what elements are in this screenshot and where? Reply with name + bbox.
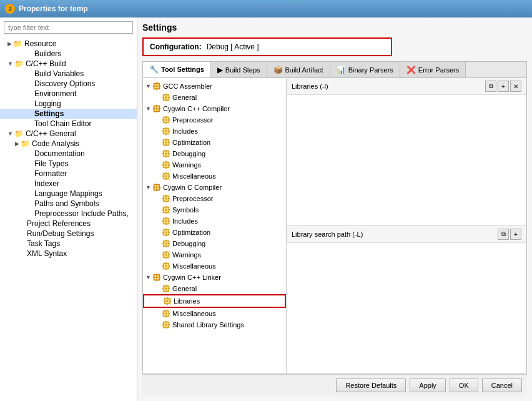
left-tree-item-9[interactable]: ▼📁C/C++ General bbox=[0, 129, 137, 139]
left-tree-item-0[interactable]: ▶📁Resource bbox=[0, 39, 137, 49]
svg-rect-74 bbox=[165, 201, 167, 203]
left-tree-item-5[interactable]: Environment bbox=[0, 89, 137, 99]
content-tree-item-13[interactable]: Optimization bbox=[143, 227, 286, 238]
left-tree-item-21[interactable]: XML Syntax bbox=[0, 249, 137, 259]
content-tree-label-1: General bbox=[172, 94, 197, 101]
tab-error-parsers[interactable]: ❌ Error Parsers bbox=[400, 62, 466, 77]
svg-point-44 bbox=[165, 152, 167, 155]
content-tree-item-9[interactable]: ▼ Cygwin C Compiler bbox=[143, 182, 286, 193]
content-right: Libraries (-l) ⧉ + ✕ Library search path… bbox=[287, 78, 526, 374]
tab-label-4: Error Parsers bbox=[418, 66, 459, 74]
btn-ok[interactable]: OK bbox=[450, 379, 478, 392]
content-tree-item-21[interactable]: Shared Library Settings bbox=[143, 319, 286, 330]
content-tree-item-19[interactable]: Libraries bbox=[143, 294, 286, 308]
left-tree-item-18[interactable]: Project References bbox=[0, 219, 137, 229]
svg-point-128 bbox=[165, 287, 167, 290]
left-tree-item-12[interactable]: File Types bbox=[0, 159, 137, 169]
content-tree-label-17: Cygwin C++ Linker bbox=[163, 274, 221, 281]
left-tree-item-13[interactable]: Formatter bbox=[0, 169, 137, 179]
library-search-copy-btn[interactable]: ⧉ bbox=[498, 229, 509, 240]
btn-cancel[interactable]: Cancel bbox=[482, 379, 522, 392]
content-tree-item-4[interactable]: Includes bbox=[143, 126, 286, 137]
svg-rect-73 bbox=[165, 195, 167, 197]
svg-rect-153 bbox=[169, 324, 170, 325]
left-tree-label-20: Task Tags bbox=[27, 239, 60, 248]
content-tree-item-17[interactable]: ▼ Cygwin C++ Linker bbox=[143, 272, 286, 283]
svg-point-65 bbox=[155, 186, 158, 189]
left-tree-label-13: Formatter bbox=[34, 169, 67, 178]
svg-rect-125 bbox=[159, 277, 160, 278]
content-tree-item-11[interactable]: Symbols bbox=[143, 204, 286, 215]
left-tree-item-1[interactable]: Builders bbox=[0, 49, 137, 59]
left-tree-item-19[interactable]: Run/Debug Settings bbox=[0, 229, 137, 239]
left-tree-item-6[interactable]: Logging bbox=[0, 99, 137, 109]
left-tree-item-8[interactable]: Tool Chain Editor bbox=[0, 119, 137, 129]
content-tree-item-10[interactable]: Preprocessor bbox=[143, 193, 286, 204]
tab-label-2: Build Artifact bbox=[285, 66, 323, 74]
left-tree-item-17[interactable]: Preprocessor Include Paths, bbox=[0, 209, 137, 219]
left-tree-item-11[interactable]: Documentation bbox=[0, 149, 137, 159]
page-title: Settings bbox=[142, 22, 527, 32]
svg-rect-96 bbox=[162, 232, 164, 233]
svg-rect-139 bbox=[170, 300, 172, 302]
content-tree-item-12[interactable]: Includes bbox=[143, 215, 286, 227]
libraries-title: Libraries (-l) bbox=[292, 82, 328, 90]
content-tree-label-11: Symbols bbox=[172, 206, 199, 214]
svg-point-86 bbox=[165, 220, 167, 222]
content-tree-item-20[interactable]: Miscellaneous bbox=[143, 308, 286, 319]
library-search-title: Library search path (-L) bbox=[292, 230, 363, 238]
tab-tool-settings[interactable]: 🔧 Tool Settings bbox=[143, 62, 211, 77]
library-search-add-btn[interactable]: + bbox=[510, 229, 521, 240]
svg-rect-131 bbox=[162, 288, 164, 289]
libraries-add-btn[interactable]: + bbox=[498, 81, 509, 92]
left-tree-item-14[interactable]: Indexer bbox=[0, 179, 137, 189]
svg-rect-26 bbox=[162, 119, 164, 121]
content-tree-item-8[interactable]: Miscellaneous bbox=[143, 171, 286, 182]
content-tree-item-18[interactable]: General bbox=[143, 283, 286, 294]
left-tree-item-15[interactable]: Language Mappings bbox=[0, 189, 137, 199]
content-tree-item-5[interactable]: Optimization bbox=[143, 137, 286, 148]
content-tree-label-12: Includes bbox=[172, 217, 198, 225]
content-tree-label-15: Warnings bbox=[172, 251, 201, 259]
libraries-copy-btn[interactable]: ⧉ bbox=[485, 81, 496, 92]
libraries-remove-btn[interactable]: ✕ bbox=[510, 81, 521, 92]
tab-build-artifact[interactable]: 📦 Build Artifact bbox=[267, 62, 330, 77]
svg-rect-143 bbox=[165, 310, 167, 312]
content-tree: ▼ GCC Assembler General▼ Cygwin C++ Comp… bbox=[143, 78, 287, 374]
tab-build-steps[interactable]: ▶ Build Steps bbox=[211, 62, 267, 77]
content-tree-item-3[interactable]: Preprocessor bbox=[143, 114, 286, 126]
filter-input[interactable] bbox=[4, 21, 133, 34]
content-tree-item-15[interactable]: Warnings bbox=[143, 249, 286, 260]
left-tree-item-10[interactable]: ▶📁Code Analysis bbox=[0, 139, 137, 149]
svg-rect-130 bbox=[165, 291, 167, 293]
left-tree-item-2[interactable]: ▼📁C/C++ Build bbox=[0, 59, 137, 69]
content-tree-item-7[interactable]: Warnings bbox=[143, 159, 286, 171]
svg-rect-123 bbox=[156, 280, 157, 282]
svg-point-79 bbox=[165, 209, 167, 211]
content-tree-item-6[interactable]: Debugging bbox=[143, 148, 286, 159]
content-tree-label-10: Preprocessor bbox=[172, 195, 213, 202]
left-tree-item-16[interactable]: Paths and Symbols bbox=[0, 199, 137, 209]
right-panel: Settings Configuration: Debug [ Active ]… bbox=[137, 17, 532, 401]
content-tree-item-2[interactable]: ▼ Cygwin C++ Compiler bbox=[143, 103, 286, 114]
left-tree-item-7[interactable]: Settings bbox=[0, 109, 137, 119]
tab-binary-parsers[interactable]: 📊 Binary Parsers bbox=[330, 62, 400, 77]
svg-rect-3 bbox=[156, 82, 157, 84]
svg-rect-45 bbox=[165, 150, 167, 152]
content-tree-item-14[interactable]: Debugging bbox=[143, 238, 286, 249]
left-tree-item-20[interactable]: Task Tags bbox=[0, 239, 137, 249]
btn-restore-defaults[interactable]: Restore Defaults bbox=[336, 379, 406, 392]
svg-point-142 bbox=[165, 312, 167, 315]
content-tree-item-16[interactable]: Miscellaneous bbox=[143, 260, 286, 272]
left-tree-item-4[interactable]: Discovery Options bbox=[0, 79, 137, 89]
svg-rect-27 bbox=[169, 119, 170, 121]
content-tree-item-0[interactable]: ▼ GCC Assembler bbox=[143, 81, 286, 92]
left-tree-item-3[interactable]: Build Variables bbox=[0, 69, 137, 79]
btn-apply[interactable]: Apply bbox=[410, 379, 446, 392]
left-tree-label-3: Build Variables bbox=[34, 69, 84, 78]
content-tree-label-5: Optimization bbox=[172, 139, 210, 146]
svg-rect-54 bbox=[162, 164, 164, 166]
svg-rect-55 bbox=[169, 164, 170, 166]
content-tree-item-1[interactable]: General bbox=[143, 92, 286, 103]
tab-icon-0: 🔧 bbox=[149, 65, 159, 74]
